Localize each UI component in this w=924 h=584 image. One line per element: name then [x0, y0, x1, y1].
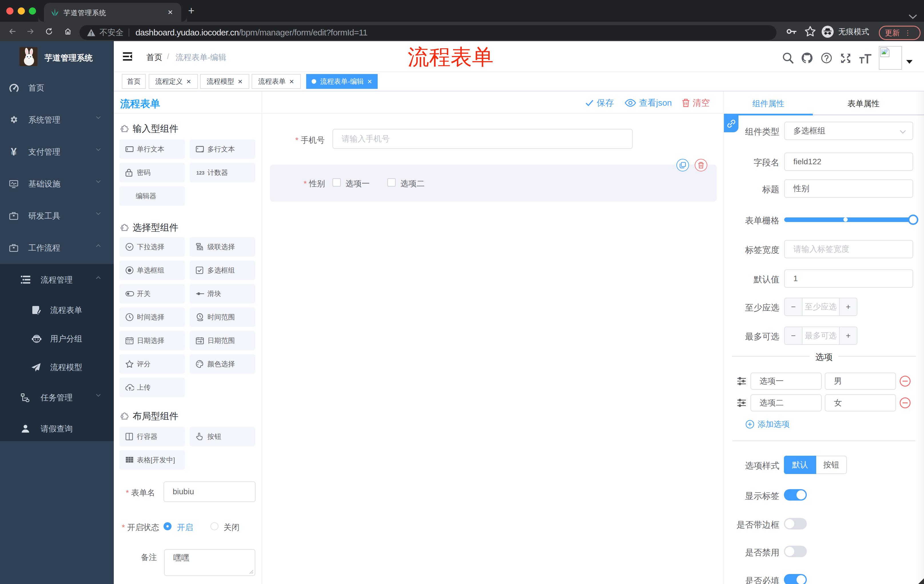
svg-text:123: 123: [196, 170, 205, 176]
svg-text:¥: ¥: [11, 146, 16, 158]
